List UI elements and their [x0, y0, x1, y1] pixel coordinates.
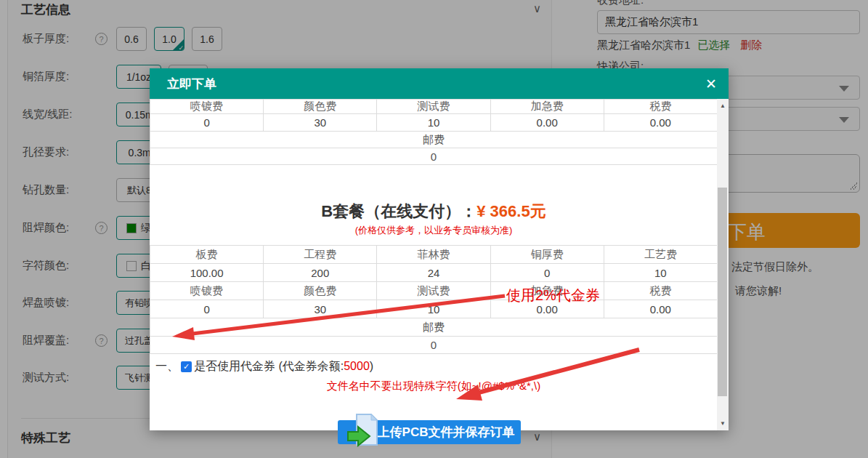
scroll-down-icon[interactable]: ▼ [717, 418, 729, 429]
voucher-label: 是否使用代金券 (代金券余额:5000) [194, 359, 373, 374]
close-icon[interactable]: ✕ [705, 76, 717, 92]
modal-body: 喷镀费 颜色费 测试费 加急费 税费 0 30 10 0.00 0.00 邮费 … [150, 99, 717, 430]
modal-title: 立即下单 [167, 76, 216, 92]
modal-scrollbar[interactable]: ▲ ▼ [717, 99, 729, 430]
fee-header: 菲林费 [377, 246, 490, 264]
fee-value: 24 [377, 264, 490, 282]
order-now-modal: 立即下单 ✕ 喷镀费 颜色费 测试费 加急费 税费 0 30 10 0.00 0… [150, 68, 729, 430]
fee-header: 喷镀费 [150, 282, 264, 300]
fee-header: 颜色费 [264, 282, 377, 300]
fee-header: 工程费 [264, 246, 377, 264]
voucher-row: 一、 ✓ 是否使用代金券 (代金券余额:5000) [155, 359, 373, 374]
fee-value: 30 [264, 300, 377, 318]
voucher-checkbox[interactable]: ✓ [181, 361, 192, 372]
fee-header: 颜色费 [264, 100, 377, 114]
price-disclaimer: (价格仅供参考，以业务专员审核为准) [150, 224, 718, 237]
fee-header: 喷镀费 [150, 100, 264, 114]
upload-pcb-button[interactable]: 上传PCB文件并保存订单 [338, 420, 521, 444]
fee-table-main: 板费 工程费 菲林费 铜厚费 工艺费 100.00 200 24 0 10 喷镀… [150, 245, 718, 354]
voucher-tip-annotation: 使用2%代金券 [506, 286, 600, 305]
postage-label: 邮费 [150, 132, 718, 148]
upload-file-icon [346, 413, 378, 453]
filename-warning: 文件名中不要出现特殊字符(如~!@#$%^&*,\) [150, 379, 718, 393]
postage-value: 0 [150, 337, 718, 354]
scrollbar-thumb[interactable] [718, 188, 727, 396]
fee-table-top: 喷镀费 颜色费 测试费 加急费 税费 0 30 10 0.00 0.00 邮费 … [150, 99, 718, 165]
fee-value: 0 [490, 264, 604, 282]
scroll-up-icon[interactable]: ▲ [717, 100, 729, 111]
fee-value: 10 [377, 300, 490, 318]
voucher-balance: 5000 [344, 360, 370, 372]
fee-value: 0.00 [490, 114, 604, 132]
list-prefix: 一、 [155, 359, 179, 374]
fee-header: 测试费 [377, 100, 490, 114]
fee-value: 10 [604, 264, 717, 282]
fee-value: 0 [150, 300, 264, 318]
fee-value: 0.00 [604, 300, 717, 318]
fee-value: 100.00 [150, 264, 264, 282]
fee-value: 0 [150, 114, 264, 132]
fee-value: 30 [264, 114, 377, 132]
fee-header: 板费 [150, 246, 264, 264]
postage-label: 邮费 [150, 318, 718, 337]
postage-value: 0 [150, 148, 718, 165]
modal-header: 立即下单 ✕ [150, 68, 729, 99]
fee-header: 税费 [604, 282, 717, 300]
fee-value: 0.00 [604, 114, 717, 132]
fee-header: 铜厚费 [490, 246, 604, 264]
fee-header: 工艺费 [604, 246, 717, 264]
package-price-title: B套餐（在线支付）：¥ 366.5元 [150, 201, 718, 222]
price-value: ¥ 366.5元 [476, 202, 545, 220]
fee-value: 10 [377, 114, 490, 132]
fee-header: 加急费 [490, 100, 604, 114]
fee-header: 测试费 [377, 282, 490, 300]
fee-header: 税费 [604, 100, 717, 114]
fee-value: 200 [264, 264, 377, 282]
